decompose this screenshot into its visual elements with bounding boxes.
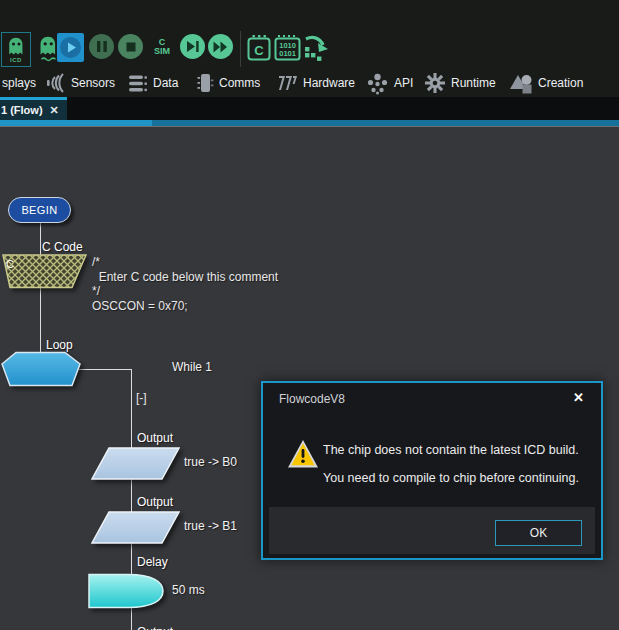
c-code-letter: C [6,258,14,270]
toolbar-separator [240,31,241,67]
play-icon [59,36,82,59]
compile-to-chip-button[interactable] [303,33,330,61]
api-icon [366,72,389,95]
ribbon-item-creation[interactable]: Creation [510,68,583,98]
sensors-icon [46,73,66,93]
ribbon-label-hardware: Hardware [303,76,355,90]
ribbon-item-sensors[interactable]: Sensors [46,68,115,98]
output2-block[interactable] [91,511,180,544]
output1-title: Output [137,431,173,445]
chip-arrow-icon [303,33,330,61]
hex-line2: 0101 [279,49,296,58]
run-button[interactable] [57,33,84,62]
ribbon-label-creation: Creation [538,76,583,90]
compile-to-hex-button[interactable]: 1010 0101 [274,33,301,61]
flow-connector [40,223,41,256]
pause-button[interactable] [89,34,114,59]
step-over-button[interactable] [208,34,233,59]
icd-warning-dialog: FlowcodeV8 ✕ The chip does not contain t… [261,381,603,560]
dialog-message-line1: The chip does not contain the latest ICD… [323,443,579,457]
dialog-title: FlowcodeV8 [279,392,345,406]
tab-strip: 1 (Flow) ✕ [0,97,619,120]
begin-block[interactable]: BEGIN [8,197,71,223]
ribbon-item-displays[interactable]: splays [2,68,36,98]
compile-c-icon: C [247,34,272,61]
c-code-title: C Code [42,240,83,254]
ok-button[interactable]: OK [495,520,582,546]
ribbon-item-comms[interactable]: Comms [196,68,260,98]
stop-button[interactable] [118,34,143,59]
c-code-text: /* Enter C code below this comment */ OS… [92,255,278,314]
begin-label: BEGIN [21,204,57,216]
binary-icon: 1010 0101 [274,34,301,61]
c-sim-button[interactable]: C SIM [149,33,175,61]
flow-connector [40,288,41,352]
ribbon-item-data[interactable]: Data [128,68,178,98]
loop-block[interactable] [1,351,81,387]
output2-title: Output [137,495,173,509]
ribbon-label-sensors: Sensors [71,76,115,90]
ribbon-label-data: Data [153,76,178,90]
output1-block[interactable] [91,447,180,480]
flowcode-window: ICD C SIM [0,0,619,630]
ribbon-label-runtime: Runtime [451,76,496,90]
output2-value: true -> B1 [184,519,237,533]
dialog-close-icon[interactable]: ✕ [573,390,584,405]
comms-icon [196,72,214,94]
tab-close-icon[interactable]: ✕ [50,104,59,117]
step-over-icon [213,41,228,53]
collapse-toggle[interactable]: [-] [136,391,147,405]
delay-title: Delay [137,555,168,569]
output1-value: true -> B0 [184,455,237,469]
delay-block[interactable] [88,573,165,609]
ribbon-item-runtime[interactable]: Runtime [424,68,496,98]
dialog-message-line2: You need to compile to chip before conti… [323,471,579,485]
ghost-icon [6,36,26,58]
tab-flow[interactable]: 1 (Flow) ✕ [0,97,67,120]
gear-icon [424,72,446,94]
icd-debug-button[interactable]: ICD [1,32,31,67]
ribbon-label-comms: Comms [219,76,260,90]
tab-label: 1 (Flow) [1,104,43,116]
delay-value: 50 ms [172,583,205,597]
shapes-icon [510,72,533,94]
flow-connector [79,369,132,370]
compile-to-c-button[interactable]: C [247,33,272,61]
ribbon-label-displays: splays [2,76,36,90]
partial-output-title: Output [137,625,173,630]
stop-icon [126,42,136,52]
ribbon-menu: splays Sensors Data [0,68,619,98]
ribbon-item-hardware[interactable]: Hardware [276,68,355,98]
compile-c-letter: C [254,43,264,58]
pause-icon [96,41,108,52]
ribbon-label-api: API [394,76,413,90]
loop-condition: While 1 [172,360,212,374]
hardware-icon [276,74,298,92]
ribbon-item-api[interactable]: API [366,68,413,98]
warning-icon [287,439,319,469]
data-icon [128,74,148,93]
step-into-icon [186,40,200,53]
c-sim-bottom-label: SIM [154,47,170,56]
loop-title: Loop [46,338,73,352]
step-into-button[interactable] [180,34,205,59]
icd-label: ICD [10,58,22,63]
